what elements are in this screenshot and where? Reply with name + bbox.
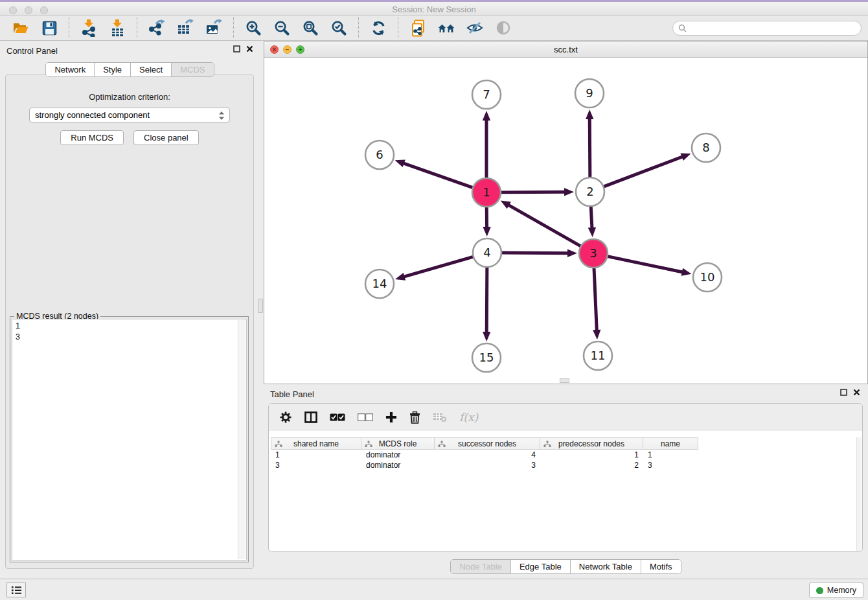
- graph-edge-3-11[interactable]: [594, 266, 597, 331]
- edge-arrowhead: [395, 273, 405, 281]
- edge-arrowhead: [483, 332, 490, 341]
- show-task-history-button[interactable]: [6, 583, 26, 597]
- column-header-name[interactable]: name: [643, 437, 698, 450]
- table-cell[interactable]: 1: [643, 450, 698, 460]
- memory-button[interactable]: Memory: [809, 583, 863, 598]
- zoom-selected-icon[interactable]: [330, 19, 347, 37]
- column-header-successor-nodes[interactable]: successor nodes: [435, 437, 540, 450]
- table-toolbar: f(x): [269, 404, 862, 431]
- save-session-icon[interactable]: [41, 19, 58, 37]
- toolbar-separator: [137, 17, 137, 38]
- table-cell[interactable]: dominator: [361, 450, 435, 460]
- edge-arrowhead: [483, 111, 490, 121]
- apply-preferred-layout-icon[interactable]: [370, 19, 387, 37]
- run-mcds-button[interactable]: Run MCDS: [60, 130, 124, 145]
- graph-edge-4-3[interactable]: [500, 253, 569, 253]
- control-panel-title: Control Panel: [6, 46, 58, 56]
- table-panel-header: Table Panel: [264, 384, 868, 402]
- graph-edge-2-3[interactable]: [591, 205, 592, 229]
- export-table-icon[interactable]: [177, 19, 194, 37]
- tab-style[interactable]: Style: [95, 63, 131, 76]
- tab-motifs[interactable]: Motifs: [641, 560, 681, 573]
- graph-node-label: 15: [479, 351, 494, 364]
- graph-node-label: 4: [483, 246, 490, 259]
- graph-edge-1-2[interactable]: [499, 192, 565, 192]
- graph-edge-2-8[interactable]: [602, 156, 683, 187]
- graph-edge-2-9[interactable]: [589, 118, 590, 179]
- show-column-panel-icon[interactable]: [304, 411, 317, 423]
- table-cell[interactable]: 3: [435, 460, 540, 470]
- toolbar-separator: [69, 17, 69, 38]
- table-cell[interactable]: 1: [540, 450, 643, 460]
- network-canvas[interactable]: 7968124314101511: [264, 58, 867, 384]
- graph-node-label: 1: [483, 185, 490, 199]
- delete-table-icon: [433, 412, 447, 422]
- table-cell[interactable]: 2: [540, 460, 643, 470]
- zoom-fit-icon[interactable]: [302, 19, 319, 37]
- table-row[interactable]: 3dominator323: [271, 460, 856, 470]
- table-cell[interactable]: 4: [435, 450, 540, 460]
- table-settings-icon[interactable]: [279, 411, 292, 424]
- network-window-titlebar: × − + scc.txt: [264, 41, 867, 58]
- delete-columns-icon[interactable]: [409, 411, 420, 424]
- edge-arrowhead: [483, 227, 490, 237]
- graph-edge-3-10[interactable]: [606, 256, 683, 272]
- show-all-icon: [495, 19, 512, 37]
- table-cell[interactable]: dominator: [361, 460, 435, 470]
- float-panel-icon[interactable]: [233, 45, 240, 52]
- first-neighbors-icon[interactable]: [438, 19, 455, 37]
- zoom-in-icon[interactable]: [245, 19, 262, 37]
- zoom-out-icon[interactable]: [273, 19, 290, 37]
- panel-divider-handle[interactable]: [258, 299, 263, 313]
- tab-select[interactable]: Select: [131, 63, 172, 76]
- mcds-result-textarea[interactable]: 13: [12, 319, 247, 560]
- table-row[interactable]: 1dominator411: [271, 450, 856, 460]
- close-panel-icon[interactable]: [853, 389, 860, 396]
- close-panel-button[interactable]: Close panel: [133, 130, 199, 145]
- table-cell[interactable]: 1: [271, 450, 361, 460]
- column-header-predecessor-nodes[interactable]: predecessor nodes: [540, 437, 643, 450]
- graph-node-label: 6: [376, 148, 383, 161]
- graph-node-label: 11: [591, 349, 606, 362]
- result-scrollbar[interactable]: [238, 320, 246, 559]
- select-all-columns-icon[interactable]: [330, 413, 345, 421]
- edge-arrowhead: [681, 268, 692, 276]
- open-session-icon[interactable]: [12, 19, 29, 37]
- export-image-icon[interactable]: [205, 19, 222, 37]
- window-title: Session: New Session: [0, 5, 868, 14]
- optimization-criterion-label: Optimization criterion:: [6, 92, 253, 102]
- close-panel-icon[interactable]: [246, 45, 253, 52]
- edge-arrowhead: [593, 330, 600, 340]
- graph-node-label: 9: [586, 86, 593, 100]
- tab-mcds[interactable]: MCDS: [172, 63, 213, 76]
- tab-network[interactable]: Network: [46, 63, 95, 76]
- optimization-criterion-select[interactable]: strongly connected component: [29, 108, 230, 122]
- search-input[interactable]: [690, 23, 856, 33]
- export-network-icon[interactable]: [148, 19, 165, 37]
- edge-arrowhead: [564, 188, 574, 196]
- graph-edge-4-15[interactable]: [486, 266, 487, 333]
- edge-arrowhead: [586, 110, 593, 119]
- table-cell[interactable]: 3: [271, 460, 361, 470]
- graph-edge-1-6[interactable]: [403, 163, 474, 189]
- table-scrollbar[interactable]: [856, 437, 862, 551]
- import-network-icon[interactable]: [80, 19, 97, 37]
- graph-edge-3-1[interactable]: [508, 205, 582, 247]
- copy-network-icon[interactable]: [409, 19, 426, 37]
- table-cell[interactable]: 3: [643, 460, 698, 470]
- add-column-icon[interactable]: [385, 411, 397, 423]
- hide-selected-icon[interactable]: [466, 19, 483, 37]
- toolbar-separator: [398, 17, 398, 38]
- tab-network-table[interactable]: Network Table: [571, 560, 641, 573]
- import-table-icon[interactable]: [109, 19, 126, 37]
- column-header-MCDS-role[interactable]: MCDS role: [361, 437, 435, 450]
- graph-edge-4-14[interactable]: [404, 257, 475, 277]
- column-header-shared-name[interactable]: shared name: [271, 437, 361, 450]
- optimization-criterion-value: strongly connected component: [35, 110, 150, 120]
- tab-node-table[interactable]: Node Table: [451, 560, 511, 573]
- unselect-all-columns-icon[interactable]: [358, 413, 373, 421]
- main-toolbar: [0, 16, 868, 41]
- tab-edge-table[interactable]: Edge Table: [511, 560, 571, 573]
- float-panel-icon[interactable]: [840, 389, 847, 396]
- network-divider-handle[interactable]: [560, 378, 569, 383]
